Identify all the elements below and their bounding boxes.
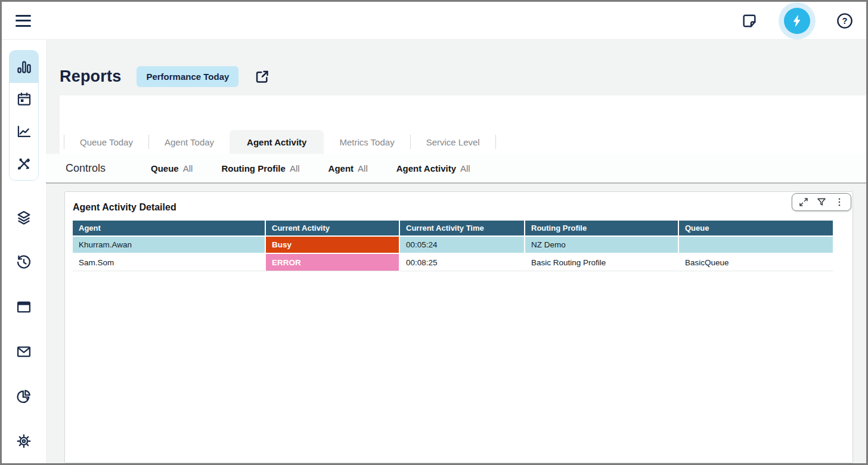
filter-button[interactable] (816, 197, 827, 207)
tab-agent-activity[interactable]: Agent Activity (230, 130, 324, 154)
column-header-agent: Agent (73, 221, 266, 237)
menu-icon[interactable] (16, 15, 31, 27)
bar-chart-icon (16, 59, 32, 75)
current-activity-cell: ERROR (266, 254, 400, 271)
page-title: Reports (60, 67, 121, 86)
tab-service-level[interactable]: Service Level (411, 130, 495, 154)
design-tools-icon (16, 156, 32, 172)
tab-metrics-today[interactable]: Metrics Today (324, 130, 410, 154)
tab-band: Queue Today Agent Today Agent Activity M… (60, 95, 866, 154)
sidebar-item-metrics[interactable] (10, 51, 38, 83)
quick-connect-button[interactable] (784, 8, 810, 34)
column-header-queue: Queue (679, 221, 833, 237)
page-header: Reports Performance Today (46, 40, 866, 95)
expand-icon (798, 197, 809, 207)
sidebar-item-history[interactable] (9, 240, 39, 284)
sidebar-item-reports[interactable] (9, 374, 39, 418)
controls-label: Controls (66, 162, 106, 175)
table-title: Agent Activity Detailed (73, 202, 852, 213)
kebab-menu-icon (834, 197, 845, 207)
sidebar-item-flows[interactable] (9, 195, 39, 240)
queue-cell (679, 237, 833, 254)
report-badge[interactable]: Performance Today (137, 66, 238, 87)
card-toolbar (792, 193, 851, 211)
tab-divider (495, 135, 496, 149)
line-chart-icon (16, 123, 32, 140)
notes-button[interactable] (741, 13, 758, 29)
table-row: Sam.Som ERROR 00:08:25 Basic Routing Pro… (73, 254, 833, 271)
top-bar-actions: ? (741, 8, 853, 34)
sidebar-item-email[interactable] (9, 329, 39, 374)
layers-icon (16, 209, 32, 226)
expand-button[interactable] (798, 197, 809, 207)
sidebar-report-group (9, 50, 39, 181)
column-header-current-activity: Current Activity (266, 221, 400, 237)
routing-profile-cell: NZ Demo (525, 237, 679, 254)
report-tabs: Queue Today Agent Today Agent Activity M… (60, 130, 496, 154)
sidebar-item-designer[interactable] (10, 148, 38, 180)
filter-icon (816, 197, 827, 207)
help-button[interactable]: ? (836, 13, 853, 29)
sidebar (2, 40, 46, 463)
settings-icon (16, 433, 32, 450)
email-icon (16, 343, 32, 360)
agent-cell: Khurram.Awan (73, 237, 266, 254)
current-activity-cell: Busy (266, 237, 400, 254)
tab-agent-today[interactable]: Agent Today (149, 130, 230, 154)
browser-window-icon (16, 299, 32, 315)
sidebar-item-settings[interactable] (9, 418, 39, 463)
notes-icon (741, 13, 758, 29)
app-window: ? (0, 0, 868, 465)
sidebar-item-schedule[interactable] (10, 83, 38, 115)
current-activity-time-cell: 00:08:25 (400, 254, 525, 271)
column-header-routing-profile: Routing Profile (525, 221, 679, 237)
routing-profile-cell: Basic Routing Profile (525, 254, 679, 271)
history-icon (16, 254, 32, 271)
agent-cell: Sam.Som (73, 254, 266, 271)
filter-agent-activity[interactable]: Agent Activity All (396, 163, 470, 173)
top-bar: ? (2, 2, 866, 40)
calendar-icon (16, 91, 32, 107)
main-content: Reports Performance Today Queue Toda (46, 40, 866, 463)
table-row: Khurram.Awan Busy 00:05:24 NZ Demo (73, 237, 833, 254)
current-activity-time-cell: 00:05:24 (400, 237, 525, 254)
sidebar-secondary-group (9, 195, 39, 463)
lightning-icon (790, 14, 804, 27)
sidebar-item-analytics[interactable] (10, 116, 38, 148)
sidebar-item-dashboard[interactable] (9, 284, 39, 329)
pie-chart-icon (16, 388, 32, 405)
agent-activity-table: Agent Current Activity Current Activity … (73, 221, 833, 271)
kebab-menu-button[interactable] (834, 197, 845, 207)
controls-bar: Controls Queue All Routing Profile All A… (46, 154, 866, 184)
table-header-row: Agent Current Activity Current Activity … (73, 221, 833, 237)
open-report-button[interactable] (254, 69, 270, 85)
help-icon: ? (836, 13, 853, 29)
column-header-current-activity-time: Current Activity Time (400, 221, 525, 237)
tab-queue-today[interactable]: Queue Today (64, 130, 148, 154)
queue-cell: BasicQueue (679, 254, 833, 271)
external-link-icon (254, 69, 270, 85)
filter-routing-profile[interactable]: Routing Profile All (221, 163, 299, 173)
svg-text:?: ? (842, 16, 848, 26)
filter-queue[interactable]: Queue All (151, 163, 193, 173)
report-card: Agent Activity Detailed Agent Current Ac… (64, 191, 853, 463)
filter-agent[interactable]: Agent All (328, 163, 368, 173)
